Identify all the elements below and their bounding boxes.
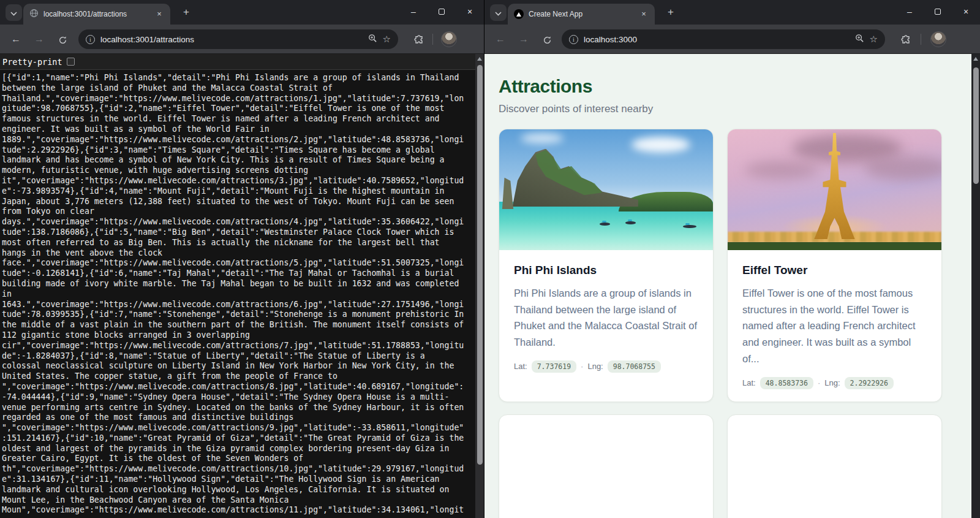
pretty-print-label: Pretty-print [2, 57, 62, 67]
forward-button[interactable]: → [516, 32, 531, 47]
dot-separator: · [581, 362, 583, 371]
lng-label: Lng: [824, 378, 840, 387]
lat-label: Lat: [742, 378, 756, 387]
card-description: Phi Phi Islands are a group of islands i… [514, 285, 698, 351]
bookmark-star-icon[interactable]: ☆ [383, 34, 391, 45]
tab-search-button[interactable] [6, 4, 22, 21]
minimize-button[interactable]: – [399, 0, 428, 23]
page-title: Attractions [499, 76, 942, 97]
pretty-print-checkbox[interactable] [67, 58, 75, 66]
forward-button[interactable]: → [32, 32, 47, 47]
chevron-down-icon [10, 7, 17, 18]
url-text: localhost:3000 [584, 35, 850, 44]
new-tab-button[interactable]: + [179, 6, 194, 20]
tab-close-icon[interactable]: × [154, 9, 164, 19]
boat-shape [600, 223, 610, 226]
pretty-print-bar: Pretty-print [0, 54, 484, 70]
longitude-badge: 2.2922926 [845, 377, 894, 389]
longitude-badge: 98.7068755 [608, 360, 661, 373]
left-page-scrollbar [475, 54, 484, 518]
boat-shape [625, 221, 636, 224]
new-tab-button[interactable]: + [663, 6, 678, 20]
nextjs-favicon-icon [514, 9, 524, 19]
scrollbar-thumb[interactable] [973, 67, 979, 184]
browser-menu-icon[interactable] [463, 32, 478, 47]
latitude-badge: 7.737619 [532, 360, 576, 373]
attractions-page: Attractions Discover points of interest … [484, 54, 973, 518]
latitude-badge: 48.8583736 [760, 377, 813, 389]
back-button[interactable]: ← [9, 32, 23, 47]
toolbar-divider [432, 34, 433, 45]
browser-window-json: localhost:3001/attractions × + – × ← → i… [0, 0, 484, 518]
card-title: Eiffel Tower [742, 264, 927, 277]
address-bar[interactable]: i localhost:3001/attractions ☆ [78, 29, 398, 49]
minimize-button[interactable]: – [895, 0, 924, 23]
page-subtitle: Discover points of interest nearby [499, 103, 942, 115]
tab-search-button[interactable] [490, 4, 507, 21]
profile-avatar[interactable] [441, 31, 457, 47]
url-text: localhost:3001/attractions [100, 35, 363, 44]
boat-shape [683, 225, 696, 228]
tab-strip: localhost:3001/attractions × + – × [0, 0, 484, 25]
extensions-icon[interactable] [899, 32, 913, 47]
right-page-scrollbar [971, 54, 980, 518]
toolbar-divider [921, 34, 921, 45]
times-square-image [499, 415, 713, 518]
navigation-toolbar: ← → i localhost:3000 ☆ [484, 25, 980, 54]
address-bar[interactable]: i localhost:3000 ☆ [562, 29, 885, 49]
scrollbar-thumb[interactable] [477, 65, 483, 465]
maximize-icon [439, 9, 445, 15]
site-info-icon[interactable]: i [569, 35, 578, 44]
bookmark-star-icon[interactable]: ☆ [870, 34, 878, 45]
tab-title: localhost:3001/attractions [43, 10, 149, 18]
tab-title: Create Next App [529, 10, 634, 18]
scroll-up-arrow-icon[interactable] [973, 57, 978, 61]
tab-localhost-3001[interactable]: localhost:3001/attractions × [23, 4, 170, 25]
card-coordinates: Lat: 48.8583736 · Lng: 2.2922926 [742, 377, 927, 389]
zoom-icon[interactable] [368, 34, 377, 45]
extensions-icon[interactable] [412, 32, 426, 47]
lng-label: Lng: [587, 362, 603, 371]
chevron-down-icon [495, 7, 502, 18]
mount-fuji-image [728, 415, 941, 518]
attraction-card-eiffel-tower[interactable]: Eiffel Tower Eiffel Tower is one of the … [727, 129, 942, 402]
maximize-icon [935, 9, 941, 15]
browser-menu-icon[interactable] [955, 32, 970, 47]
attraction-card-times-square[interactable] [499, 414, 714, 518]
lat-label: Lat: [514, 362, 527, 371]
json-response-text: [{"id":1,"name":"Phi Phi Islands","detai… [0, 70, 475, 518]
maximize-button[interactable] [924, 0, 952, 23]
reload-button[interactable] [540, 32, 554, 47]
scroll-up-arrow-icon[interactable] [477, 57, 482, 61]
back-button[interactable]: ← [493, 32, 508, 47]
tab-strip: Create Next App × + – × [484, 0, 980, 25]
reload-button[interactable] [55, 32, 70, 47]
browser-window-app: Create Next App × + – × ← → i localhost:… [484, 0, 980, 518]
maximize-button[interactable] [428, 0, 456, 23]
phi-phi-islands-image [499, 129, 713, 250]
close-window-button[interactable]: × [456, 0, 484, 23]
tab-create-next-app[interactable]: Create Next App × [508, 4, 655, 25]
card-title: Phi Phi Islands [514, 264, 698, 277]
attraction-card-phi-phi-islands[interactable]: Phi Phi Islands Phi Phi Islands are a gr… [499, 129, 714, 402]
card-description: Eiffel Tower is one of the most famous s… [742, 285, 927, 367]
attraction-cards-grid: Phi Phi Islands Phi Phi Islands are a gr… [499, 129, 942, 518]
zoom-icon[interactable] [855, 34, 864, 45]
json-response-page: Pretty-print [{"id":1,"name":"Phi Phi Is… [0, 54, 484, 518]
profile-avatar[interactable] [930, 31, 946, 47]
attraction-card-mount-fuji[interactable] [727, 414, 942, 518]
navigation-toolbar: ← → i localhost:3001/attractions ☆ [0, 25, 484, 54]
site-info-icon[interactable]: i [86, 35, 95, 44]
eiffel-tower-image [728, 129, 941, 250]
close-window-button[interactable]: × [952, 0, 980, 23]
tab-close-icon[interactable]: × [639, 9, 649, 19]
dot-separator: · [818, 378, 820, 387]
globe-favicon-icon [29, 9, 39, 20]
card-coordinates: Lat: 7.737619 · Lng: 98.7068755 [514, 360, 698, 373]
